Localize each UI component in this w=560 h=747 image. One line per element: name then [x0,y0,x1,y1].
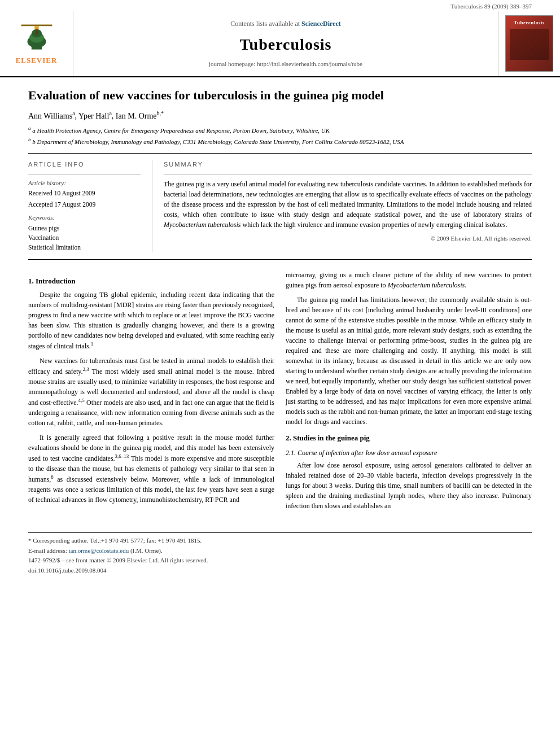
right-para-2: The guinea pig model has limitations how… [286,295,532,427]
elsevier-tree-logo [14,22,59,53]
affil-marker-a: a [28,125,31,131]
footer-doi: doi:10.1016/j.tube.2009.08.004 [28,566,532,575]
column-left: 1. Introduction Despite the ongoing TB g… [28,270,274,516]
right-para-1: microarray, giving us a much clearer pic… [286,270,532,290]
article-title: Evaluation of new vaccines for tuberculo… [28,88,532,104]
article-content: Evaluation of new vaccines for tuberculo… [0,77,560,587]
affil-sup-b: b,* [157,110,164,116]
affiliation-a: a a Health Protection Agency, Centre for… [28,125,532,135]
affil-sup-a2: a [109,110,111,116]
summary-text: The guinea pig is a very useful animal m… [164,179,532,230]
ref-1: 1 [91,341,94,347]
section2-heading: 2. Studies in the guinea pig [286,433,532,444]
body-columns: 1. Introduction Despite the ongoing TB g… [28,270,532,516]
affiliation-b: b b Department of Microbiology, Immunolo… [28,136,532,146]
footer-issn: 1472-9792/$ – see front matter © 2009 El… [28,556,532,565]
ref-8: 8 [51,474,54,480]
keywords-label: Keywords: [28,213,141,222]
cover-title-text: Tuberculosis [514,19,545,27]
divider-2 [28,259,532,260]
citation-text: Tuberculosis 89 (2009) 389–397 [450,3,532,10]
email-label: E-mail address: [28,547,67,554]
author-yper: Yper Hall [78,112,109,120]
contents-text: Contents lists available at [230,20,300,28]
intro-para-2: New vaccines for tuberculosis must first… [28,356,274,428]
journal-cover: Tuberculosis [498,11,560,76]
svg-rect-5 [21,24,52,26]
footer-email-line: E-mail address: ian.orme@colostate.edu (… [28,547,532,555]
intro-para-3: It is generally agreed that following a … [28,433,274,505]
keyword-2: Vaccination [28,233,141,242]
intro-para-1: Despite the ongoing TB global epidemic, … [28,290,274,351]
section1-heading: 1. Introduction [28,276,274,287]
ref-36-13: 3,6–13 [115,453,129,459]
journal-citation: Tuberculosis 89 (2009) 389–397 [0,0,560,11]
summary-block: SUMMARY The guinea pig is a very useful … [152,160,532,252]
journal-header-middle: Contents lists available at ScienceDirec… [73,11,498,76]
journal-homepage: journal homepage: http://intl.elsevierhe… [209,60,362,68]
journal-header: ELSEVIER Contents lists available at Sci… [0,11,560,77]
accepted-date: Accepted 17 August 2009 [28,200,141,209]
ref-23: 2,3 [83,366,89,372]
sciencedirect-line: Contents lists available at ScienceDirec… [230,19,341,29]
cover-artwork [510,29,549,60]
journal-cover-image: Tuberculosis [505,15,553,72]
ref-45: 4,5 [78,397,85,403]
sciencedirect-link[interactable]: ScienceDirect [301,20,341,28]
footer-email[interactable]: ian.orme@colostate.edu [68,547,129,554]
svg-rect-6 [34,26,38,29]
divider-1 [28,153,532,154]
affil-marker-b: b [28,137,31,142]
history-label: Article history: [28,179,141,187]
subsection21-heading: 2.1. Course of infection after low dose … [286,448,532,458]
author-ann: Ann Williams [28,112,72,120]
keyword-3: Statistical limitation [28,243,141,252]
elsevier-logo-area: ELSEVIER [0,11,73,76]
article-info-label: ARTICLE INFO [28,160,141,169]
keyword-1: Guinea pigs [28,224,141,233]
journal-title: Tuberculosis [240,33,332,55]
authors-line: Ann Williamsa, Yper Halla, Ian M. Ormeb,… [28,110,532,121]
footer-area: * Corresponding author. Tel.:+1 970 491 … [28,532,532,575]
article-info-summary: ARTICLE INFO Article history: Received 1… [28,160,532,252]
elsevier-brand-text: ELSEVIER [16,55,58,65]
column-right: microarray, giving us a much clearer pic… [286,270,532,516]
summary-label: SUMMARY [164,160,532,169]
copyright-text: © 2009 Elsevier Ltd. All rights reserved… [164,234,532,243]
page-container: Tuberculosis 89 (2009) 389–397 ELSEVIER [0,0,560,587]
footnote-star: * [28,537,32,544]
author-ian: Ian M. Orme [116,112,157,120]
article-info-block: ARTICLE INFO Article history: Received 1… [28,160,152,252]
received-date: Received 10 August 2009 [28,189,141,198]
footer-email-name: (I.M. Orme). [130,547,163,554]
footer-corresponding: * Corresponding author. Tel.:+1 970 491 … [28,536,532,545]
section2-para-1: After low dose aerosol exposure, using a… [286,460,532,511]
affil-sup-a1: a [72,110,75,116]
